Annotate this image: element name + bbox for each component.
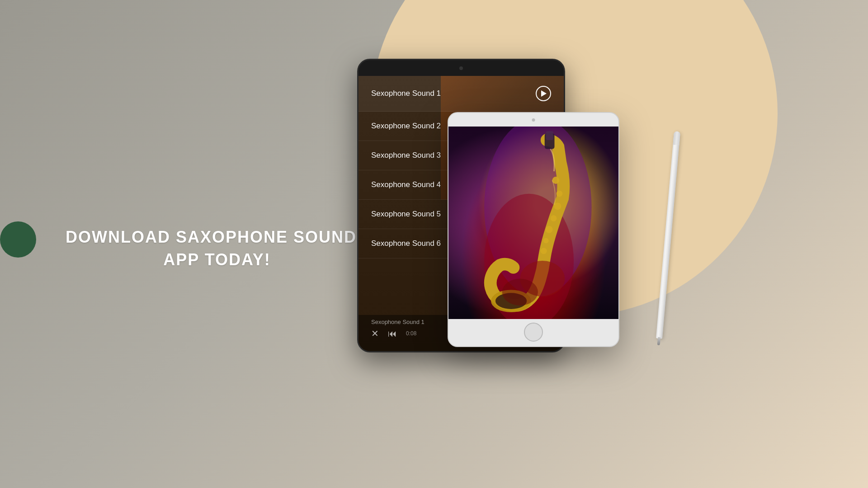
song-title-2: Sexophone Sound 2	[371, 122, 441, 131]
svg-point-6	[554, 202, 561, 210]
song-title-3: Sexophone Sound 3	[371, 151, 441, 160]
hero-line1: DOWNLOAD SAXOPHONE SOUNDS	[66, 228, 368, 246]
svg-rect-12	[546, 131, 553, 140]
player-time: 0:08	[406, 330, 416, 337]
white-tablet-camera	[532, 118, 535, 122]
song-title-1: Sexophone Sound 1	[371, 89, 441, 98]
song-item-1[interactable]: Sexophone Sound 1	[359, 76, 564, 112]
song-title-6: Sexophone Sound 6	[371, 239, 441, 248]
svg-point-9	[543, 238, 549, 244]
pencil-top	[673, 131, 680, 145]
saxophone-image	[448, 127, 618, 319]
saxophone-svg	[448, 127, 618, 319]
song-title-5: Sexophone Sound 5	[371, 210, 441, 219]
dark-tablet-camera	[459, 66, 463, 70]
decorative-circle-green	[0, 221, 36, 258]
svg-point-10	[541, 248, 547, 254]
shuffle-icon[interactable]: ✕	[371, 328, 379, 339]
white-tablet-screen	[448, 127, 618, 319]
svg-point-8	[546, 226, 553, 233]
white-tablet-home-button[interactable]	[524, 323, 543, 342]
play-triangle-icon	[541, 90, 547, 97]
hero-text: DOWNLOAD SAXOPHONE SOUNDS APP TODAY!	[66, 226, 368, 272]
skip-back-icon[interactable]: ⏮	[388, 328, 397, 339]
svg-point-5	[556, 191, 562, 197]
svg-point-14	[502, 279, 538, 305]
white-tablet	[448, 112, 619, 347]
song-title-4: Sexophone Sound 4	[371, 180, 441, 189]
svg-point-7	[551, 215, 557, 221]
hero-line2: APP TODAY!	[163, 250, 270, 269]
play-button-1[interactable]	[536, 86, 551, 101]
